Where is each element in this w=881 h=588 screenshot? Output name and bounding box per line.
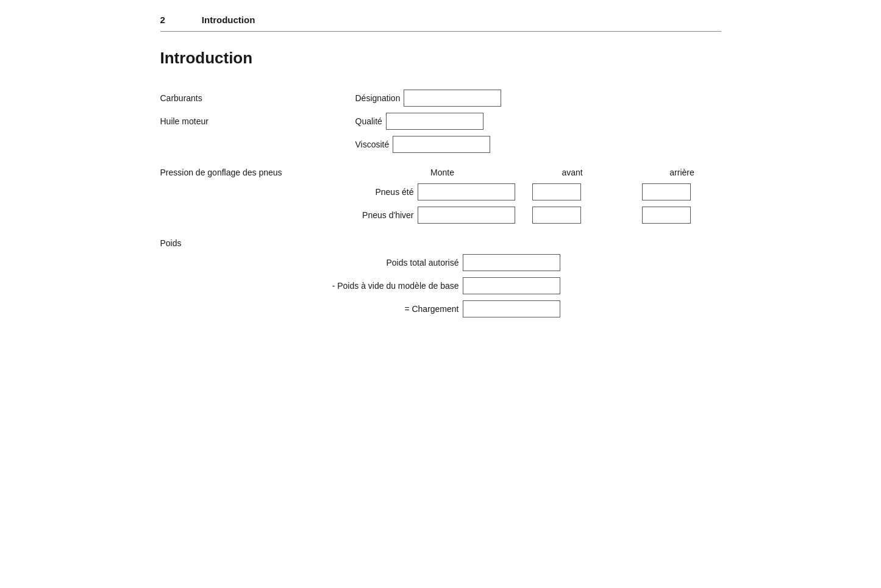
page-header: 2 Introduction — [160, 15, 721, 25]
viscosite-input[interactable] — [393, 136, 490, 153]
huile-qualite-row: Huile moteur Qualité — [160, 113, 721, 130]
huile-qualite-right: Qualité — [355, 113, 483, 130]
avant-label: avant — [548, 168, 597, 177]
pneus-hiver-label: Pneus d'hiver — [355, 210, 414, 220]
pneus-ete-arriere-input[interactable] — [642, 183, 691, 200]
poids-vide-row: - Poids à vide du modèle de base — [160, 277, 721, 294]
pression-header-row: Pression de gonflage des pneus Monte ava… — [160, 168, 721, 177]
arriere-label: arrière — [658, 168, 707, 177]
poids-total-row: Poids total autorisé — [160, 254, 721, 271]
poids-total-label: Poids total autorisé — [160, 258, 459, 267]
divider — [160, 31, 721, 32]
huile-label: Huile moteur — [160, 116, 355, 126]
huile-viscosite-row: Viscosité — [160, 136, 721, 153]
poids-total-input[interactable] — [463, 254, 560, 271]
carburants-right: Désignation — [355, 90, 502, 107]
viscosite-label: Viscosité — [355, 140, 390, 149]
qualite-label: Qualité — [355, 116, 382, 126]
huile-viscosite-right: Viscosité — [355, 136, 491, 153]
poids-label-row: Poids — [160, 238, 721, 248]
form-area: Carburants Désignation Huile moteur Qual… — [160, 90, 721, 324]
pneus-hiver-monte-input[interactable] — [418, 207, 515, 224]
section-title: Introduction — [160, 49, 721, 68]
chargement-label: = Chargement — [160, 304, 459, 314]
chargement-row: = Chargement — [160, 300, 721, 317]
carburants-label: Carburants — [160, 93, 355, 103]
monte-label: Monte — [392, 168, 493, 177]
poids-label: Poids — [160, 238, 355, 248]
pneus-ete-avant-input[interactable] — [532, 183, 581, 200]
designation-input[interactable] — [404, 90, 501, 107]
qualite-input[interactable] — [386, 113, 483, 130]
pneus-hiver-row: Pneus d'hiver — [160, 207, 721, 224]
designation-label: Désignation — [355, 93, 401, 103]
pneus-ete-monte-input[interactable] — [418, 183, 515, 200]
pneus-hiver-avant-input[interactable] — [532, 207, 581, 224]
pneus-hiver-arriere-input[interactable] — [642, 207, 691, 224]
pression-label: Pression de gonflage des pneus — [160, 168, 355, 177]
pneus-ete-row: Pneus été — [160, 183, 721, 200]
header-title: Introduction — [202, 15, 255, 25]
poids-vide-input[interactable] — [463, 277, 560, 294]
carburants-row: Carburants Désignation — [160, 90, 721, 107]
poids-vide-label: - Poids à vide du modèle de base — [160, 281, 459, 291]
pneus-ete-label: Pneus été — [355, 187, 414, 197]
chargement-input[interactable] — [463, 300, 560, 317]
page-number: 2 — [160, 15, 165, 25]
